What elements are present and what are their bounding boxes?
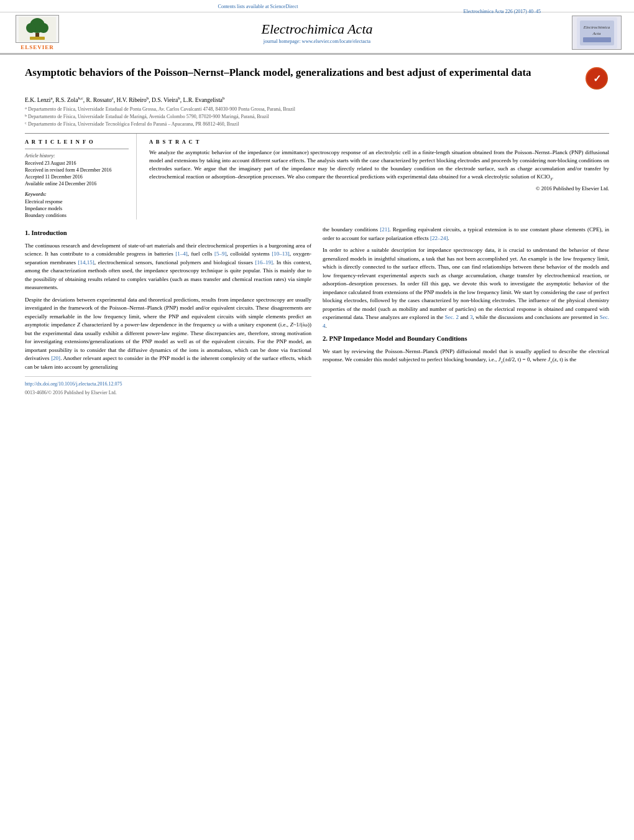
keywords-label: Keywords:: [25, 192, 129, 197]
keyword-1: Electrical response: [25, 199, 129, 205]
ref-10-13[interactable]: [10–13]: [272, 251, 290, 257]
accepted-date: Accepted 11 December 2016: [25, 174, 129, 180]
page: Contents lists available at ScienceDirec…: [0, 0, 634, 840]
right-para-1: the boundary conditions [21]. Regarding …: [323, 226, 609, 242]
journal-main-header: ELSEVIER Electrochimica Acta journal hom…: [0, 12, 634, 53]
article-body: A R T I C L E I N F O Article history: R…: [25, 133, 609, 219]
keyword-2: Impedance models: [25, 206, 129, 211]
section2-title: 2. PNP Impedance Model and Boundary Cond…: [323, 335, 467, 342]
available-date: Available online 24 December 2016: [25, 181, 129, 187]
contents-label: Contents lists available at: [218, 4, 269, 9]
section1-title: 1. Introduction: [25, 229, 67, 236]
right-column: the boundary conditions [21]. Regarding …: [323, 226, 609, 397]
journal-logo-right: Electrochimica Acta: [572, 16, 622, 50]
abstract-text: We analyze the asymptotic behavior of th…: [149, 149, 609, 182]
ref-16-19[interactable]: [16–19]: [255, 259, 273, 265]
abstract-title: A B S T R A C T: [149, 139, 609, 145]
ref-5-9[interactable]: [5–9]: [214, 251, 227, 257]
svg-rect-10: [583, 37, 611, 42]
journal-header: Contents lists available at ScienceDirec…: [0, 0, 634, 55]
elsevier-text: ELSEVIER: [21, 44, 54, 50]
article-content: Asymptotic behaviors of the Poisson–Nern…: [0, 55, 634, 403]
ref-21[interactable]: [21]: [380, 226, 389, 233]
svg-rect-5: [30, 37, 45, 40]
crossmark-icon: ✓: [586, 67, 608, 90]
affiliations: ᵃ Departamento de Física, Universidade E…: [25, 106, 609, 128]
journal-title-center: Electrochimica Acta journal homepage: ww…: [62, 21, 572, 44]
intro-paragraph-2: Despite the deviations between experimen…: [25, 296, 311, 372]
journal-top-bar: Contents lists available at ScienceDirec…: [0, 4, 634, 9]
issn-text: 0013-4686/© 2016 Published by Elsevier L…: [25, 389, 311, 397]
section2-para1: We start by reviewing the Poisson–Nernst…: [323, 348, 609, 365]
svg-text:✓: ✓: [593, 73, 601, 84]
elsevier-logo-image: [16, 15, 59, 43]
abstract-subscript: 3: [550, 177, 552, 181]
info-divider: [25, 149, 129, 149]
abstract-body: We analyze the asymptotic behavior of th…: [149, 149, 609, 180]
received-date: Received 23 August 2016: [25, 160, 129, 166]
ref-14-15[interactable]: [14,15]: [78, 259, 94, 265]
affiliation-a: ᵃ Departamento de Física, Universidade E…: [25, 106, 609, 113]
article-info-panel: A R T I C L E I N F O Article history: R…: [25, 134, 137, 219]
keyword-3: Boundary conditions: [25, 213, 129, 218]
svg-text:Acta: Acta: [592, 31, 600, 36]
right-para-2: In order to achive a suitable descriptio…: [323, 246, 609, 330]
homepage-label: journal homepage:: [264, 39, 301, 44]
sciencedirect-link[interactable]: ScienceDirect: [270, 4, 298, 9]
abstract-section: A B S T R A C T We analyze the asymptoti…: [149, 134, 609, 219]
ref-20[interactable]: [20]: [51, 355, 60, 361]
section2-heading: 2. PNP Impedance Model and Boundary Cond…: [323, 334, 609, 344]
copyright: © 2016 Published by Elsevier Ltd.: [149, 185, 609, 192]
doi-link[interactable]: http://dx.doi.org/10.1016/j.electacta.20…: [25, 381, 311, 388]
ref-22-24[interactable]: [22–24]: [430, 235, 448, 241]
two-column-body: 1. Introduction The continuous research …: [25, 226, 609, 397]
journal-title: Electrochimica Acta: [62, 21, 572, 37]
sec-4-link[interactable]: Sec. 4: [323, 314, 609, 329]
journal-homepage: journal homepage: www.elsevier.com/locat…: [62, 39, 572, 44]
intro-paragraph-1: The continuous research and development …: [25, 242, 311, 292]
crossmark[interactable]: ✓: [584, 66, 609, 91]
footer-links: http://dx.doi.org/10.1016/j.electacta.20…: [25, 376, 311, 397]
authors: E.K. Lenzia, R.S. Zolab,c, R. Rossatoc, …: [25, 96, 609, 103]
affiliation-c: ᶜ Departamento de Física, Universidade T…: [25, 121, 609, 128]
sec-2-3-link[interactable]: Sec. 2: [445, 314, 459, 320]
sec-3-link[interactable]: 3: [470, 314, 473, 320]
elsevier-logo: ELSEVIER: [12, 15, 62, 50]
article-title-section: Asymptotic behaviors of the Poisson–Nern…: [25, 61, 609, 91]
svg-text:Electrochimica: Electrochimica: [582, 25, 610, 30]
svg-point-2: [26, 23, 36, 33]
homepage-url[interactable]: www.elsevier.com/locate/electacta: [302, 39, 371, 44]
article-info-title: A R T I C L E I N F O: [25, 139, 129, 145]
ref-1-4[interactable]: [1–4]: [175, 251, 188, 257]
article-history-label: Article history:: [25, 153, 129, 159]
svg-point-3: [39, 23, 48, 33]
left-column: 1. Introduction The continuous research …: [25, 226, 311, 397]
affiliation-b: ᵇ Departamento de Física, Universidade E…: [25, 113, 609, 121]
journal-volume-link[interactable]: Electrochimica Acta 226 (2017) 40–45: [464, 9, 541, 14]
section1-heading: 1. Introduction: [25, 228, 311, 238]
article-title: Asymptotic behaviors of the Poisson–Nern…: [25, 66, 584, 80]
received-revised-date: Received in revised form 4 December 2016: [25, 167, 129, 173]
